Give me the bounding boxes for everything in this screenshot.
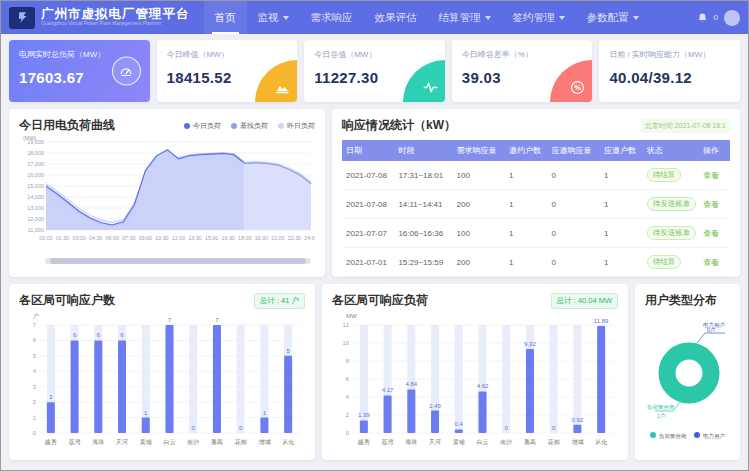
svg-text:3: 3 (33, 384, 36, 390)
svg-text:4: 4 (346, 394, 350, 400)
svg-text:12: 12 (343, 322, 349, 328)
column-header: 应邀响应量 (548, 140, 600, 161)
kpi-row: 电网实时总负荷（MW）17603.67今日峰值（MW）18415.52今日谷值（… (9, 40, 740, 102)
svg-text:9.32: 9.32 (524, 341, 536, 347)
svg-text:4.17: 4.17 (382, 387, 394, 393)
nav-item-6[interactable]: 参数配置 (576, 1, 650, 34)
pulse-icon (403, 60, 445, 102)
user-type-panel: 用户类型分布 电力用户0户负荷聚合商1户负荷聚合商电力用户 (635, 284, 740, 460)
nav-item-0[interactable]: 首页 (204, 1, 247, 34)
svg-text:黄埔: 黄埔 (453, 439, 465, 445)
table-cell: 1 (505, 161, 548, 190)
status-badge: 待发送账单 (647, 226, 697, 240)
svg-text:花都: 花都 (235, 439, 247, 446)
table-cell: 1 (505, 219, 548, 248)
svg-text:越秀: 越秀 (45, 438, 57, 446)
svg-text:6: 6 (346, 376, 349, 382)
legend-item-1[interactable]: 基线负荷 (231, 121, 268, 131)
svg-text:2: 2 (33, 399, 36, 405)
column-header: 时段 (394, 140, 452, 161)
app-subtitle: Guangzhou Virtual Power Plant Management… (41, 21, 190, 26)
kpi-label: 日前 / 实时响应能力（MW） (609, 49, 730, 60)
svg-text:11.89: 11.89 (594, 318, 609, 324)
table-cell: 1 (600, 219, 643, 248)
nav-item-5[interactable]: 签约管理 (502, 1, 576, 34)
legend-label: 今日负荷 (193, 121, 221, 131)
view-link[interactable]: 查看 (703, 200, 719, 209)
nav-item-label: 结算管理 (439, 11, 481, 25)
svg-text:户: 户 (33, 312, 39, 319)
table-cell: 100 (453, 219, 505, 248)
svg-text:07:30: 07:30 (122, 235, 135, 241)
header-right: 0 (697, 10, 740, 26)
svg-text:%: % (575, 83, 582, 92)
legend-dot (184, 123, 190, 129)
nav-item-3[interactable]: 效果评估 (364, 1, 428, 34)
legend-label: 昨日负荷 (287, 121, 315, 131)
kpi-card-1: 今日峰值（MW）18415.52 (157, 40, 298, 102)
svg-text:14,000: 14,000 (27, 194, 44, 200)
legend-label: 基线负荷 (240, 121, 268, 131)
app-title-block: 广州市虚拟电厂管理平台 Guangzhou Virtual Power Plan… (41, 8, 190, 26)
svg-text:5: 5 (33, 353, 36, 359)
table-row: 2021-07-0115:29~15:59200101待结算查看 (342, 248, 730, 277)
svg-text:12:00: 12:00 (172, 235, 185, 241)
table-cell: 100 (453, 161, 505, 190)
district-users-panel: 各区局可响应户数 总计 : 41 户 户012345672越秀6荔湾6海珠6天河… (9, 284, 315, 460)
chevron-down-icon (485, 16, 491, 20)
svg-text:花都: 花都 (548, 439, 560, 446)
svg-text:1.39: 1.39 (358, 412, 370, 418)
nav-item-label: 参数配置 (587, 11, 629, 25)
svg-text:12,000: 12,000 (27, 216, 44, 222)
svg-text:白云: 白云 (477, 439, 489, 446)
load-curve-title: 今日用电负荷曲线 (19, 117, 115, 134)
legend-item-2[interactable]: 昨日负荷 (278, 121, 315, 131)
svg-text:18,000: 18,000 (27, 150, 44, 156)
nav-item-label: 首页 (215, 11, 236, 25)
svg-text:从化: 从化 (595, 439, 607, 446)
svg-text:09:00: 09:00 (139, 235, 152, 241)
top-header: 广州市虚拟电厂管理平台 Guangzhou Virtual Power Plan… (1, 1, 748, 34)
table-cell: 2021-07-07 (342, 219, 394, 248)
gauge-icon (112, 57, 141, 86)
svg-text:天河: 天河 (429, 439, 441, 445)
kpi-label: 今日峰值（MW） (167, 49, 288, 60)
percent-icon: % (550, 60, 592, 102)
nav-item-4[interactable]: 结算管理 (428, 1, 502, 34)
nav-item-2[interactable]: 需求响应 (300, 1, 364, 34)
nav-item-1[interactable]: 监视 (247, 1, 300, 34)
svg-text:0.4: 0.4 (455, 421, 464, 427)
legend-item-0[interactable]: 今日负荷 (184, 121, 221, 131)
app-logo (9, 7, 35, 29)
chart-zoom-slider[interactable] (45, 258, 311, 264)
legend-dot (231, 123, 237, 129)
response-stats-title: 响应情况统计（kW） (342, 117, 456, 134)
view-link[interactable]: 查看 (703, 229, 719, 238)
user-avatar[interactable] (724, 10, 740, 26)
svg-text:19,000: 19,000 (27, 139, 44, 145)
nav-item-label: 效果评估 (375, 11, 417, 25)
svg-text:番禺: 番禺 (211, 438, 223, 446)
bottom-row: 各区局可响应户数 总计 : 41 户 户012345672越秀6荔湾6海珠6天河… (9, 284, 740, 460)
view-link[interactable]: 查看 (703, 258, 719, 267)
svg-text:15:00: 15:00 (205, 235, 218, 241)
user-type-donut-chart: 电力用户0户负荷聚合商1户负荷聚合商电力用户 (645, 309, 730, 449)
svg-text:24:00: 24:00 (304, 235, 315, 241)
district-users-title: 各区局可响应户数 (19, 292, 115, 309)
svg-text:01:30: 01:30 (56, 235, 69, 241)
svg-text:17,000: 17,000 (27, 161, 44, 167)
table-cell: 0 (548, 248, 600, 277)
view-link[interactable]: 查看 (703, 171, 719, 180)
table-cell: 200 (453, 248, 505, 277)
svg-text:10: 10 (343, 340, 349, 346)
svg-text:13:30: 13:30 (188, 235, 201, 241)
table-cell: 1 (505, 248, 548, 277)
svg-text:15,000: 15,000 (27, 183, 44, 189)
bell-icon[interactable] (697, 12, 708, 24)
svg-text:番禺: 番禺 (524, 438, 536, 446)
nav-item-label: 需求响应 (311, 11, 353, 25)
user-type-title: 用户类型分布 (645, 292, 717, 309)
table-cell: 1 (600, 248, 643, 277)
table-row: 2021-07-0814:11~14:41200101待发送账单查看 (342, 190, 730, 219)
kpi-value: 40.04/39.12 (609, 69, 730, 86)
